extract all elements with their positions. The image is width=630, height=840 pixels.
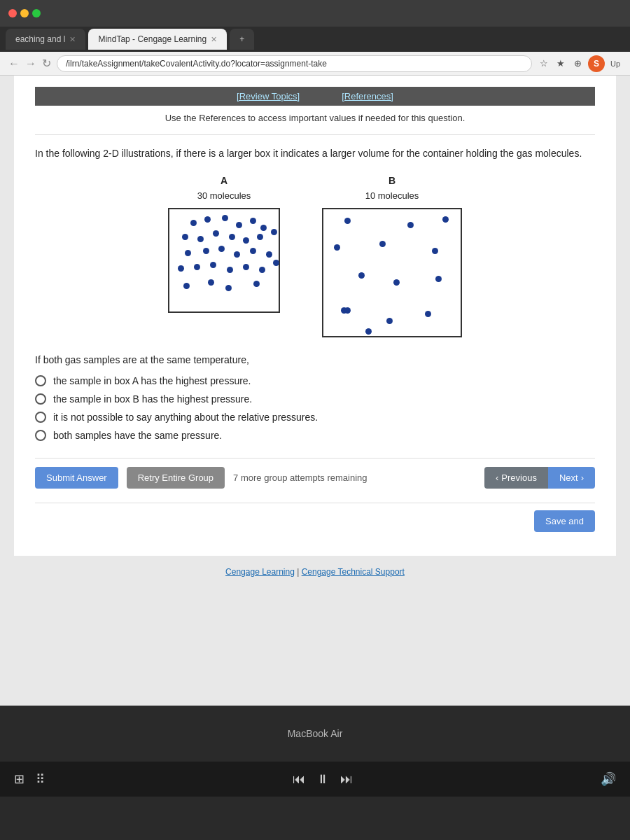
molecule (203, 248, 209, 254)
molecule (204, 216, 211, 223)
volume-icon[interactable]: 🔊 (601, 771, 616, 787)
dots-icon[interactable]: ⠿ (36, 771, 45, 787)
url-bar[interactable]: /ilrn/takeAssignment/takeCovalentActivit… (57, 55, 532, 72)
molecule (253, 281, 260, 287)
tab-close-mindtap[interactable]: ✕ (211, 35, 217, 44)
molecule (197, 236, 204, 242)
browser-icons: ☆ ★ ⊕ S Up (538, 55, 622, 72)
cengage-learning-link[interactable]: Cengage Learning (225, 567, 295, 577)
extension-icon[interactable]: ⊕ (571, 57, 584, 70)
molecule (210, 262, 216, 268)
taskbar-center: ⏮ ⏸ ⏭ (293, 772, 353, 787)
molecule (194, 264, 200, 270)
molecule (266, 251, 272, 258)
tab-label: eaching and l (15, 34, 65, 44)
previous-button[interactable]: ‹ Previous (484, 467, 548, 489)
star-icon[interactable]: ★ (554, 57, 567, 70)
diagrams-row: A 30 molecules B 10 molecules (35, 175, 595, 337)
taskbar-right: 🔊 (601, 771, 616, 787)
cengage-support-link[interactable]: Cengage Technical Support (302, 567, 405, 577)
profile-button[interactable]: S (588, 55, 605, 72)
back-icon[interactable]: ← (8, 57, 20, 70)
main-content: [Review Topics] [References] Use the Ref… (0, 76, 630, 706)
molecule (260, 225, 267, 231)
molecule (365, 328, 372, 335)
next-button[interactable]: Next › (548, 467, 595, 489)
molecule (190, 220, 197, 226)
save-button[interactable]: Save and (534, 510, 595, 532)
option-4-text: both samples have the same pressure. (53, 430, 222, 441)
molecule (334, 244, 340, 251)
condition-text: If both gas samples are at the same temp… (35, 354, 595, 365)
molecule (243, 264, 249, 270)
tab-teaching[interactable]: eaching and l ✕ (6, 29, 85, 50)
macos-label: MacBook Air (288, 728, 343, 739)
next-chevron-icon: › (581, 472, 584, 483)
molecule (250, 218, 256, 224)
media-pause-icon[interactable]: ⏸ (316, 772, 329, 787)
molecule (432, 248, 438, 254)
molecule (185, 250, 191, 256)
question-intro: In the following 2-D illustrations, if t… (35, 146, 595, 161)
radio-3[interactable] (35, 412, 46, 423)
molecule (344, 218, 351, 224)
taskbar-row: ⊞ ⠿ ⏮ ⏸ ⏭ 🔊 (0, 762, 630, 797)
page-footer: Cengage Learning | Cengage Technical Sup… (0, 556, 630, 588)
molecule (178, 265, 184, 272)
media-back-icon[interactable]: ⏮ (293, 772, 305, 787)
tab-close-teaching[interactable]: ✕ (69, 35, 76, 44)
macos-bar: MacBook Air (0, 706, 630, 762)
option-2[interactable]: the sample in box B has the highest pres… (35, 393, 595, 405)
option-2-text: the sample in box B has the highest pres… (53, 393, 252, 405)
submit-button[interactable]: Submit Answer (35, 467, 118, 489)
media-forward-icon[interactable]: ⏭ (340, 772, 353, 787)
molecule (225, 285, 232, 291)
molecule (208, 279, 214, 286)
molecule (218, 246, 225, 252)
tab-bar: eaching and l ✕ MindTap - Cengage Learni… (0, 27, 630, 52)
refresh-icon[interactable]: ↻ (42, 57, 51, 70)
radio-2[interactable] (35, 393, 46, 405)
tab-new[interactable]: + (230, 29, 254, 50)
radio-4[interactable] (35, 430, 46, 441)
molecule (425, 311, 431, 317)
bookmark-icon[interactable]: ☆ (538, 57, 550, 70)
molecule (358, 272, 365, 279)
option-3[interactable]: it is not possible to say anything about… (35, 412, 595, 423)
retry-button[interactable]: Retry Entire Group (127, 467, 225, 489)
molecule (243, 237, 249, 244)
molecule (236, 222, 242, 228)
molecule (435, 276, 442, 282)
molecule (393, 279, 400, 286)
molecule (407, 222, 414, 228)
box-b-sublabel: 10 molecules (365, 190, 419, 201)
molecule (229, 234, 235, 240)
nav-buttons: ‹ Previous Next › (484, 467, 595, 489)
window-chrome (0, 0, 630, 27)
instructions-text: Use the References to access important v… (35, 106, 595, 135)
tab-mindtap[interactable]: MindTap - Cengage Learning ✕ (88, 29, 227, 50)
references-link[interactable]: [References] (342, 91, 393, 102)
box-b-label: B (388, 175, 396, 186)
address-bar: ← → ↻ /ilrn/takeAssignment/takeCovalentA… (0, 52, 630, 76)
molecule (182, 234, 188, 240)
option-4[interactable]: both samples have the same pressure. (35, 430, 595, 441)
grid-icon[interactable]: ⊞ (14, 771, 24, 787)
molecule (250, 248, 256, 254)
attempts-text: 7 more group attempts remaining (233, 472, 476, 483)
molecule (442, 216, 449, 223)
molecule (227, 267, 233, 273)
box-a-sublabel: 30 molecules (197, 190, 251, 201)
molecule (344, 307, 351, 314)
box-a-label: A (220, 175, 227, 186)
action-bar: Submit Answer Retry Entire Group 7 more … (35, 458, 595, 497)
up-button[interactable]: Up (609, 57, 622, 70)
option-1[interactable]: the sample in box A has the highest pres… (35, 375, 595, 386)
answer-options: If both gas samples are at the same temp… (35, 354, 595, 441)
diagram-b: B 10 molecules (322, 175, 462, 337)
review-topics-link[interactable]: [Review Topics] (237, 91, 300, 102)
forward-icon[interactable]: → (25, 57, 36, 70)
radio-1[interactable] (35, 375, 46, 386)
taskbar-left: ⊞ ⠿ (14, 771, 45, 787)
molecule (234, 251, 240, 258)
